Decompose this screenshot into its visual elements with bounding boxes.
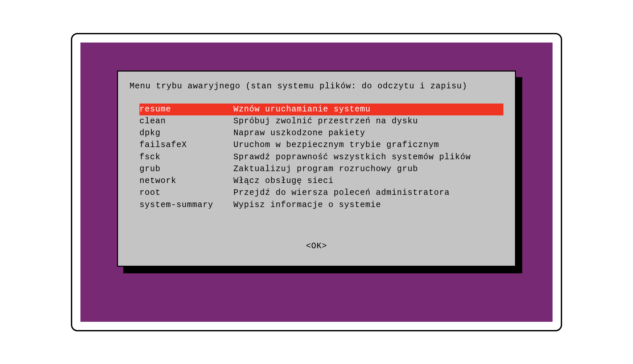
menu-item-system-summary[interactable]: system-summary Wypisz informacje o syste… xyxy=(139,199,503,211)
recovery-menu-dialog: Menu trybu awaryjnego (stan systemu plik… xyxy=(117,71,516,267)
menu-item-description: Wznów uruchamianie systemu xyxy=(233,104,503,115)
menu-item-root[interactable]: root Przejdź do wiersza poleceń administ… xyxy=(139,187,503,199)
menu-item-name: dpkg xyxy=(139,127,233,139)
menu-item-name: clean xyxy=(139,115,233,127)
menu-item-name: fsck xyxy=(139,151,233,163)
menu-item-dpkg[interactable]: dpkg Napraw uszkodzone pakiety xyxy=(139,127,503,139)
menu-item-name: system-summary xyxy=(139,199,233,211)
menu-item-name: failsafeX xyxy=(139,139,233,151)
menu-item-name: resume xyxy=(139,104,233,115)
menu-item-failsafex[interactable]: failsafeX Uruchom w bezpiecznym trybie g… xyxy=(139,139,503,151)
menu-item-description: Sprawdź poprawność wszystkich systemów p… xyxy=(233,151,503,163)
menu-item-network[interactable]: network Włącz obsługę sieci xyxy=(139,175,503,187)
menu-item-fsck[interactable]: fsck Sprawdź poprawność wszystkich syste… xyxy=(139,151,503,163)
terminal-background: Menu trybu awaryjnego (stan systemu plik… xyxy=(80,43,553,322)
menu-item-grub[interactable]: grub Zaktualizuj program rozruchowy grub xyxy=(139,163,503,175)
menu-item-resume[interactable]: resume Wznów uruchamianie systemu xyxy=(139,104,503,115)
menu-item-clean[interactable]: clean Spróbuj zwolnić przestrzeń na dysk… xyxy=(139,115,503,127)
menu-item-name: network xyxy=(139,175,233,187)
ok-button[interactable]: <OK> xyxy=(118,241,515,251)
menu-item-description: Włącz obsługę sieci xyxy=(233,175,503,187)
menu-item-name: grub xyxy=(139,163,233,175)
menu-item-description: Uruchom w bezpiecznym trybie graficznym xyxy=(233,139,503,151)
menu-item-description: Przejdź do wiersza poleceń administrator… xyxy=(233,187,503,199)
menu-item-description: Zaktualizuj program rozruchowy grub xyxy=(233,163,503,175)
dialog-title: Menu trybu awaryjnego (stan systemu plik… xyxy=(130,81,503,91)
menu-list[interactable]: resume Wznów uruchamianie systemu clean … xyxy=(139,104,503,211)
menu-item-description: Napraw uszkodzone pakiety xyxy=(233,127,503,139)
menu-item-description: Wypisz informacje o systemie xyxy=(233,199,503,211)
outer-frame: Menu trybu awaryjnego (stan systemu plik… xyxy=(71,33,562,331)
menu-item-description: Spróbuj zwolnić przestrzeń na dysku xyxy=(233,115,503,127)
menu-item-name: root xyxy=(139,187,233,199)
